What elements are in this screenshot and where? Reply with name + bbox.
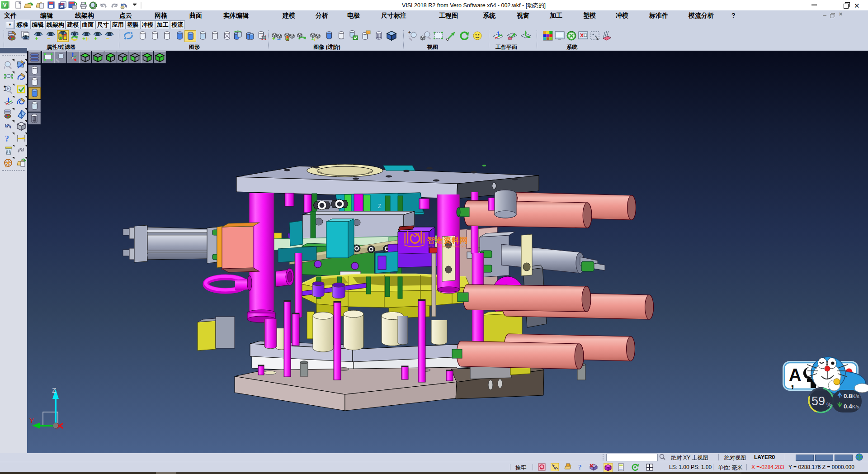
svg-text:%: % bbox=[826, 402, 831, 408]
svg-text:−: − bbox=[408, 33, 411, 38]
svg-text:+: + bbox=[311, 36, 314, 41]
svg-text:?: ? bbox=[578, 464, 582, 471]
svg-text:Z: Z bbox=[52, 386, 56, 394]
svg-text:+: + bbox=[82, 36, 85, 41]
svg-text:0.4K/s: 0.4K/s bbox=[844, 403, 859, 410]
svg-text:INTELLIGENT MANUFACTURING DATA: INTELLIGENT MANUFACTURING DATA bbox=[428, 245, 466, 248]
svg-text:0.8K/s: 0.8K/s bbox=[844, 393, 859, 399]
svg-text:−: − bbox=[47, 35, 51, 41]
svg-text:+: + bbox=[94, 35, 98, 41]
svg-text:Z: Z bbox=[378, 203, 381, 209]
svg-text:+: + bbox=[272, 36, 275, 41]
svg-text:,: , bbox=[791, 376, 794, 390]
svg-text:Y: Y bbox=[29, 417, 34, 424]
svg-text:−: − bbox=[106, 35, 109, 41]
svg-text:/-: /- bbox=[86, 36, 89, 41]
svg-text:59: 59 bbox=[811, 394, 825, 408]
svg-text:智造资料网: 智造资料网 bbox=[427, 236, 468, 245]
svg-text:?: ? bbox=[5, 134, 9, 143]
svg-text:−: − bbox=[4, 88, 6, 93]
svg-text:/−: /− bbox=[314, 36, 318, 41]
svg-text:+: + bbox=[35, 35, 38, 41]
